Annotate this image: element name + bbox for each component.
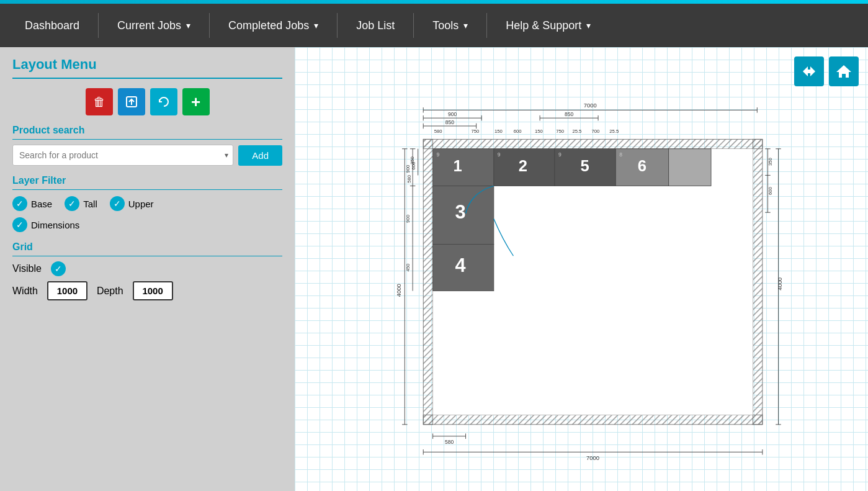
svg-text:450: 450 <box>405 264 411 272</box>
grid-title: Grid <box>12 241 282 256</box>
home-button[interactable] <box>829 56 859 86</box>
grid-depth-label: Depth <box>97 286 123 297</box>
nav-tools[interactable]: Tools ▾ <box>414 4 486 47</box>
svg-text:850: 850 <box>445 119 454 125</box>
grid-visible-label: Visible <box>12 263 42 274</box>
main-layout: Layout Menu 🗑 + Product search <box>0 47 868 491</box>
grid-width-input[interactable] <box>47 281 87 300</box>
product-search-title: Product search <box>12 125 282 140</box>
svg-text:600: 600 <box>767 187 773 195</box>
canvas-area: 7000 900 850 580 750 150 600 150 750 25.… <box>295 47 868 491</box>
svg-text:4000: 4000 <box>776 277 783 291</box>
svg-text:9: 9 <box>498 151 501 158</box>
checkbox-base[interactable]: ✓ Base <box>12 196 52 211</box>
svg-text:1: 1 <box>454 157 462 174</box>
flip-horizontal-button[interactable] <box>794 56 824 86</box>
delete-button[interactable]: 🗑 <box>86 88 113 115</box>
check-icon-base: ✓ <box>12 196 27 211</box>
checkbox-upper[interactable]: ✓ Upper <box>110 196 154 211</box>
checkbox-upper-label: Upper <box>128 199 154 209</box>
svg-rect-30 <box>753 139 763 425</box>
svg-text:900: 900 <box>405 215 411 223</box>
svg-text:9: 9 <box>558 151 562 158</box>
layer-checkboxes-2: ✓ Dimensions <box>12 217 282 232</box>
check-icon-upper: ✓ <box>110 196 125 211</box>
nav-current-jobs[interactable]: Current Jobs ▾ <box>99 4 209 47</box>
search-input[interactable] <box>12 145 233 166</box>
svg-rect-32 <box>433 149 494 186</box>
svg-text:3: 3 <box>455 201 465 223</box>
canvas-toolbar <box>794 56 859 86</box>
svg-text:750: 750 <box>556 128 564 134</box>
toolbar-buttons: 🗑 + <box>12 88 282 115</box>
search-row: ▾ Add <box>12 145 282 166</box>
chevron-down-icon: ▾ <box>186 20 190 30</box>
svg-text:8: 8 <box>619 151 622 158</box>
check-icon-visible[interactable]: ✓ <box>51 261 66 276</box>
svg-text:2: 2 <box>519 157 527 174</box>
svg-text:6: 6 <box>638 157 647 174</box>
rotate-button[interactable] <box>150 88 177 115</box>
checkbox-tall-label: Tall <box>83 199 97 209</box>
left-panel: Layout Menu 🗑 + Product search <box>0 47 295 491</box>
svg-text:5: 5 <box>581 157 589 174</box>
svg-text:4000: 4000 <box>395 284 402 297</box>
svg-text:700: 700 <box>591 128 599 134</box>
nav-help-support[interactable]: Help & Support ▾ <box>487 4 609 47</box>
nav-completed-jobs[interactable]: Completed Jobs ▾ <box>210 4 337 47</box>
layer-filter-title: Layer Filter <box>12 175 282 190</box>
check-icon-tall: ✓ <box>65 196 79 211</box>
svg-text:600: 600 <box>514 128 522 134</box>
svg-rect-44 <box>669 149 711 186</box>
checkbox-base-label: Base <box>31 199 52 209</box>
grid-dimensions-row: Width Depth <box>12 281 282 300</box>
svg-text:580: 580 <box>406 175 412 183</box>
chevron-down-icon-2: ▾ <box>314 20 318 30</box>
svg-text:9: 9 <box>437 151 440 158</box>
svg-text:580: 580 <box>434 128 442 134</box>
grid-depth-input[interactable] <box>133 281 173 300</box>
chevron-down-icon-3: ▾ <box>463 20 468 30</box>
svg-text:25.5: 25.5 <box>572 128 581 134</box>
export-button[interactable] <box>118 88 145 115</box>
check-icon-dimensions: ✓ <box>12 217 27 232</box>
checkbox-dimensions[interactable]: ✓ Dimensions <box>12 217 79 232</box>
svg-text:7000: 7000 <box>586 454 599 461</box>
svg-text:580: 580 <box>445 439 454 445</box>
svg-text:7000: 7000 <box>584 102 597 109</box>
svg-rect-27 <box>423 139 763 148</box>
layout-menu-title: Layout Menu <box>12 56 282 79</box>
checkbox-tall[interactable]: ✓ Tall <box>65 196 97 211</box>
floor-plan: 7000 900 850 580 750 150 600 150 750 25.… <box>313 97 862 479</box>
svg-text:150: 150 <box>494 128 503 134</box>
svg-text:25.5: 25.5 <box>609 128 619 134</box>
chevron-down-icon-4: ▾ <box>586 20 591 30</box>
svg-rect-28 <box>423 415 763 425</box>
svg-text:150: 150 <box>535 128 543 134</box>
grid-width-label: Width <box>12 286 38 297</box>
layer-filter-section: Layer Filter ✓ Base ✓ Tall ✓ Upper ✓ <box>12 175 282 232</box>
grid-section: Grid Visible ✓ Width Depth <box>12 241 282 300</box>
svg-rect-29 <box>423 139 432 425</box>
navbar: Dashboard Current Jobs ▾ Completed Jobs … <box>0 4 868 47</box>
svg-text:850: 850 <box>565 111 573 117</box>
search-wrapper: ▾ <box>12 145 233 166</box>
grid-visible-row: Visible ✓ <box>12 261 282 276</box>
add-button[interactable]: Add <box>238 145 282 166</box>
floor-plan-svg: 7000 900 850 580 750 150 600 150 750 25.… <box>313 97 862 479</box>
nav-job-list[interactable]: Job List <box>338 4 413 47</box>
checkbox-dimensions-label: Dimensions <box>31 220 79 230</box>
layer-checkboxes: ✓ Base ✓ Tall ✓ Upper <box>12 196 282 211</box>
svg-text:350: 350 <box>767 158 773 166</box>
dropdown-arrow-icon: ▾ <box>225 151 228 160</box>
svg-text:900: 900 <box>405 165 411 173</box>
add-item-button[interactable]: + <box>182 88 210 115</box>
svg-text:4: 4 <box>455 255 465 276</box>
svg-text:900: 900 <box>448 111 457 117</box>
svg-text:750: 750 <box>472 128 480 134</box>
nav-dashboard[interactable]: Dashboard <box>6 4 98 47</box>
svg-text:350: 350 <box>409 156 415 164</box>
